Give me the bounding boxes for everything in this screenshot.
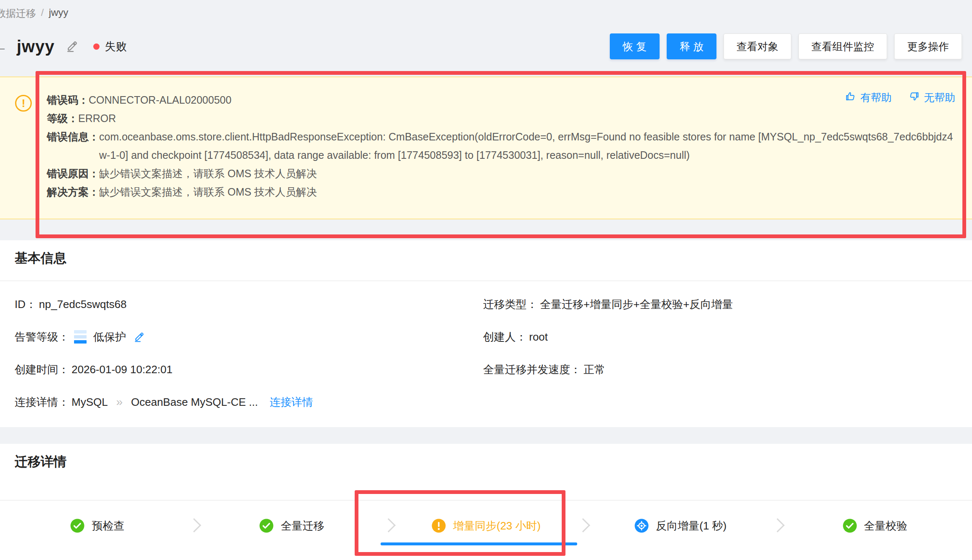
migration-type-row: 迁移类型： 全量迁移+增量同步+全量校验+反向增量 <box>483 288 733 321</box>
error-code-row: 错误码： CONNECTOR-ALAL02000500 <box>47 91 955 109</box>
check-circle-icon <box>842 518 857 533</box>
connection-detail-link[interactable]: 连接详情 <box>270 395 313 410</box>
error-solution-row: 解决方案： 缺少错误文案描述，请联系 OMS 技术人员解决 <box>47 183 955 201</box>
step-full-verification[interactable]: 全量校验 <box>778 501 972 560</box>
migration-detail-section: 迁移详情 预检查 全量迁移 增量同步(23 小时) <box>0 444 972 560</box>
check-circle-icon <box>70 518 85 533</box>
page-title: jwyy <box>17 37 55 56</box>
status-label: 失败 <box>105 39 127 54</box>
step-reverse-incremental[interactable]: 反向增量(1 秒) <box>583 501 778 560</box>
breadcrumb-parent[interactable]: 数据迁移 <box>0 7 36 20</box>
error-level-value: ERROR <box>78 109 955 127</box>
error-alert: ! 错误码： CONNECTOR-ALAL02000500 等级： ERROR … <box>0 76 972 219</box>
step-full-migration[interactable]: 全量迁移 <box>194 501 389 560</box>
error-code-value: CONNECTOR-ALAL02000500 <box>89 91 955 109</box>
divider <box>0 280 972 281</box>
view-objects-button[interactable]: 查看对象 <box>724 33 791 59</box>
step-precheck[interactable]: 预检查 <box>0 501 194 560</box>
alert-level-row: 告警等级： 低保护 <box>15 321 313 353</box>
id-label: ID： <box>15 297 36 312</box>
basic-info-right-column: 迁移类型： 全量迁移+增量同步+全量校验+反向增量 创建人： root 全量迁移… <box>483 288 733 386</box>
basic-info-left-column: ID： np_7edc5swqts68 告警等级： 低保护 创建时间： 2026… <box>15 288 313 418</box>
error-message-label: 错误信息： <box>47 127 99 164</box>
connection-row: 连接详情： MySQL » OceanBase MySQL-CE ... 连接详… <box>15 386 313 418</box>
error-reason-row: 错误原因： 缺少错误文案描述，请联系 OMS 技术人员解决 <box>47 164 955 183</box>
edit-title-icon[interactable] <box>66 40 78 53</box>
create-time-value: 2026-01-09 10:22:01 <box>72 363 172 376</box>
full-migration-speed-value: 正常 <box>583 362 605 377</box>
creator-label: 创建人： <box>483 330 527 344</box>
creator-value: root <box>529 331 548 344</box>
full-migration-speed-label: 全量迁移并发速度： <box>483 362 581 377</box>
step-incremental-sync[interactable]: 增量同步(23 小时) <box>389 501 583 560</box>
migration-detail-title: 迁移详情 <box>15 453 67 471</box>
resume-button[interactable]: 恢 复 <box>610 33 660 59</box>
page-header: ← jwyy 失败 恢 复 释 放 查看对象 查看组件监控 更多操作 <box>0 32 962 61</box>
error-solution-value: 缺少错误文案描述，请联系 OMS 技术人员解决 <box>99 183 955 201</box>
status-dot-icon <box>93 43 100 50</box>
breadcrumb: 数据迁移 / jwyy <box>0 7 68 20</box>
error-reason-value: 缺少错误文案描述，请联系 OMS 技术人员解决 <box>99 164 955 183</box>
double-chevron-icon: » <box>116 395 123 409</box>
basic-info-section: 基本信息 ID： np_7edc5swqts68 告警等级： 低保护 创建时间：… <box>0 240 972 427</box>
warning-circle-icon: ! <box>15 95 32 112</box>
breadcrumb-current: jwyy <box>49 7 69 20</box>
create-time-row: 创建时间： 2026-01-09 10:22:01 <box>15 353 313 386</box>
basic-info-title: 基本信息 <box>15 249 67 267</box>
migration-steps: 预检查 全量迁移 增量同步(23 小时) <box>0 501 972 560</box>
active-step-underline <box>381 542 577 545</box>
release-button[interactable]: 释 放 <box>667 33 716 59</box>
step-full-migration-label: 全量迁移 <box>281 519 324 533</box>
migration-type-value: 全量迁移+增量同步+全量校验+反向增量 <box>540 297 733 312</box>
breadcrumb-separator: / <box>41 7 44 20</box>
header-actions: 恢 复 释 放 查看对象 查看组件监控 更多操作 <box>610 33 962 59</box>
error-code-label: 错误码： <box>47 91 89 109</box>
alert-feedback: 有帮助 无帮助 <box>845 91 955 104</box>
error-message-value: com.oceanbase.oms.store.client.HttpBadRe… <box>99 127 955 164</box>
full-migration-speed-row: 全量迁移并发速度： 正常 <box>483 353 733 386</box>
step-precheck-label: 预检查 <box>92 519 124 533</box>
error-level-row: 等级： ERROR <box>47 109 955 127</box>
connection-label: 连接详情： <box>15 395 69 410</box>
target-circle-icon <box>634 518 649 533</box>
back-icon[interactable]: ← <box>0 38 12 55</box>
edit-alert-level-icon[interactable] <box>133 331 145 343</box>
step-reverse-incremental-label: 反向增量(1 秒) <box>656 519 726 533</box>
migration-type-label: 迁移类型： <box>483 297 537 312</box>
thumb-up-icon <box>845 91 856 104</box>
alert-level-value: 低保护 <box>93 330 126 344</box>
connection-target: OceanBase MySQL-CE ... <box>131 396 258 409</box>
connection-source: MySQL <box>72 396 108 409</box>
alert-level-icon <box>74 330 87 344</box>
helpful-link[interactable]: 有帮助 <box>845 91 892 104</box>
alert-level-label: 告警等级： <box>15 330 69 344</box>
creator-row: 创建人： root <box>483 321 733 353</box>
thumb-down-icon <box>908 91 920 104</box>
view-component-monitor-button[interactable]: 查看组件监控 <box>798 33 887 59</box>
id-value: np_7edc5swqts68 <box>39 298 127 311</box>
error-level-label: 等级： <box>47 109 78 127</box>
step-full-verification-label: 全量校验 <box>864 519 908 533</box>
error-reason-label: 错误原因： <box>47 164 99 183</box>
exclamation-circle-icon <box>431 518 446 533</box>
error-alert-body: 错误码： CONNECTOR-ALAL02000500 等级： ERROR 错误… <box>47 91 955 201</box>
status-badge: 失败 <box>93 39 127 54</box>
id-row: ID： np_7edc5swqts68 <box>15 288 313 321</box>
check-circle-icon <box>259 518 274 533</box>
not-helpful-link[interactable]: 无帮助 <box>908 91 955 104</box>
error-solution-label: 解决方案： <box>47 183 99 201</box>
create-time-label: 创建时间： <box>15 362 69 377</box>
not-helpful-label: 无帮助 <box>924 91 955 104</box>
more-actions-button[interactable]: 更多操作 <box>894 33 962 59</box>
helpful-label: 有帮助 <box>860 91 892 104</box>
step-incremental-sync-label: 增量同步(23 小时) <box>453 519 540 533</box>
error-message-row: 错误信息： com.oceanbase.oms.store.client.Htt… <box>47 127 955 164</box>
